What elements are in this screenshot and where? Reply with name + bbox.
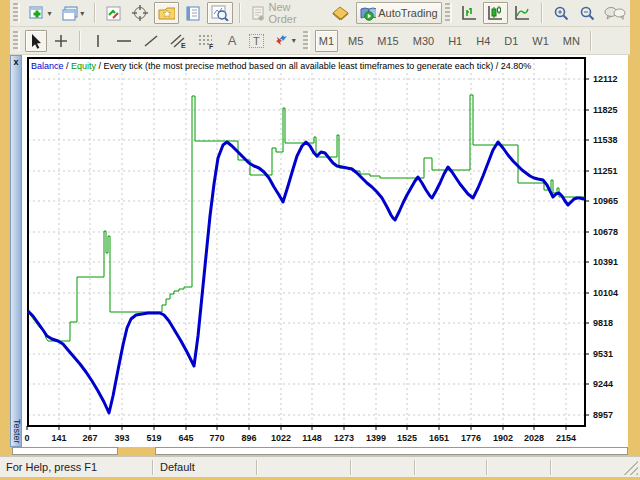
- horizontal-line-icon: [115, 33, 133, 49]
- svg-text:519: 519: [146, 433, 161, 443]
- tester-graph-svg: 0141267393519645770896102211481273139915…: [22, 55, 628, 447]
- line-chart-icon: [514, 5, 531, 21]
- equidistant-channel-tool[interactable]: E: [165, 30, 191, 52]
- graph-legend: Balance / Equity / Every tick (the most …: [31, 61, 531, 71]
- tf-button-mn[interactable]: MN: [559, 30, 584, 52]
- separator: [79, 31, 81, 51]
- legend-description: / Every tick (the most precise method ba…: [96, 61, 531, 71]
- metaeditor-button[interactable]: [327, 2, 354, 24]
- svg-text:393: 393: [114, 433, 129, 443]
- chat-icon: [604, 6, 626, 21]
- status-cell-empty: [416, 460, 486, 475]
- timeframe-buttons: M1M5M15M30H1H4D1W1MN: [315, 30, 584, 52]
- toolbar-grip[interactable]: [13, 3, 20, 23]
- new-order-icon: [251, 6, 267, 21]
- cursor-arrow-icon: [29, 33, 43, 49]
- legend-equity: Equity: [71, 61, 96, 71]
- svg-text:11825: 11825: [593, 105, 618, 115]
- zoom-in-icon: [553, 5, 569, 21]
- autotrading-label: AutoTrading: [378, 7, 438, 19]
- favorites-folder-icon: [158, 6, 176, 21]
- svg-text:10678: 10678: [593, 227, 618, 237]
- arrows-tool-icon: [274, 33, 290, 48]
- toolbar-grip[interactable]: [303, 31, 310, 51]
- status-bar: For Help, press F1 Default: [0, 456, 640, 477]
- svg-text:11251: 11251: [593, 166, 618, 176]
- arrows-tool[interactable]: ▾: [270, 30, 300, 52]
- separator: [541, 3, 543, 23]
- new-chart-dropdown[interactable]: ▾: [48, 9, 52, 18]
- data-window-button[interactable]: [181, 2, 205, 24]
- favorites-button[interactable]: [154, 2, 180, 24]
- svg-text:1399: 1399: [366, 433, 386, 443]
- separator: [239, 3, 241, 23]
- svg-text:12112: 12112: [593, 74, 618, 84]
- toolbar-grip[interactable]: [445, 3, 452, 23]
- legend-balance: Balance: [31, 61, 64, 71]
- new-chart-button[interactable]: ▾: [25, 2, 56, 24]
- status-help: For Help, press F1: [0, 460, 152, 475]
- profiles-button[interactable]: ▾: [58, 2, 89, 24]
- tf-button-m5[interactable]: M5: [344, 30, 367, 52]
- svg-text:1148: 1148: [302, 433, 322, 443]
- tf-button-m15[interactable]: M15: [373, 30, 402, 52]
- zoom-out-button[interactable]: [575, 2, 599, 24]
- svg-text:8957: 8957: [593, 410, 613, 420]
- svg-text:10104: 10104: [593, 288, 618, 298]
- svg-text:2028: 2028: [524, 433, 544, 443]
- svg-text:1022: 1022: [271, 433, 291, 443]
- svg-text:F: F: [209, 43, 214, 49]
- zoom-out-icon: [579, 5, 595, 21]
- mt4-window: ▾ ▾: [0, 0, 640, 480]
- profiles-dropdown[interactable]: ▾: [80, 9, 84, 18]
- tester-close-button[interactable]: x: [11, 57, 21, 67]
- horizontal-line-tool[interactable]: [111, 30, 137, 52]
- indicators-button[interactable]: [102, 2, 126, 24]
- status-cell-empty: [352, 460, 414, 475]
- profiles-icon: [62, 6, 79, 21]
- fibonacci-tool[interactable]: F: [193, 30, 219, 52]
- crosshair-button[interactable]: [128, 2, 152, 24]
- tester-graph-panel[interactable]: 0141267393519645770896102211481273139915…: [22, 55, 628, 447]
- arrows-dropdown[interactable]: ▾: [292, 36, 296, 45]
- svg-text:1273: 1273: [334, 433, 354, 443]
- channel-icon: E: [169, 33, 187, 49]
- bar-chart-button[interactable]: [457, 2, 482, 24]
- toolbar-main: ▾ ▾: [10, 0, 630, 27]
- svg-text:E: E: [181, 42, 186, 49]
- line-chart-button[interactable]: [510, 2, 535, 24]
- status-profile[interactable]: Default: [154, 460, 256, 475]
- svg-text:896: 896: [241, 433, 256, 443]
- svg-text:141: 141: [51, 433, 66, 443]
- tf-button-h1[interactable]: H1: [444, 30, 466, 52]
- trendline-tool[interactable]: [139, 30, 163, 52]
- tf-button-d1[interactable]: D1: [500, 30, 522, 52]
- trendline-icon: [143, 33, 159, 49]
- tf-button-h4[interactable]: H4: [472, 30, 494, 52]
- chat-button[interactable]: [600, 2, 630, 24]
- new-order-button[interactable]: New Order: [247, 2, 325, 24]
- candlestick-chart-button[interactable]: [483, 2, 508, 24]
- autotrading-icon: [360, 6, 377, 21]
- svg-text:9244: 9244: [593, 379, 613, 389]
- toolbar-grip[interactable]: [13, 31, 20, 51]
- text-tool[interactable]: A: [221, 30, 243, 52]
- chart-magnifier-icon: [211, 5, 229, 21]
- crosshair-tool-button[interactable]: [49, 30, 73, 52]
- window-resize-grip[interactable]: [624, 461, 638, 475]
- tester-visual-button[interactable]: [207, 2, 233, 24]
- autotrading-button[interactable]: AutoTrading: [356, 2, 442, 24]
- tf-button-w1[interactable]: W1: [528, 30, 553, 52]
- cursor-tool-button[interactable]: [25, 30, 47, 52]
- tf-button-m1[interactable]: M1: [315, 30, 338, 52]
- label-tool-glyph: T: [249, 34, 264, 48]
- svg-text:2154: 2154: [556, 433, 576, 443]
- vertical-line-tool[interactable]: [87, 30, 109, 52]
- status-cell-empty: [258, 460, 350, 475]
- svg-text:0: 0: [24, 433, 29, 443]
- svg-text:1902: 1902: [493, 433, 513, 443]
- zoom-in-button[interactable]: [549, 2, 573, 24]
- text-label-tool[interactable]: T: [245, 30, 268, 52]
- separator: [590, 31, 592, 51]
- tf-button-m30[interactable]: M30: [409, 30, 438, 52]
